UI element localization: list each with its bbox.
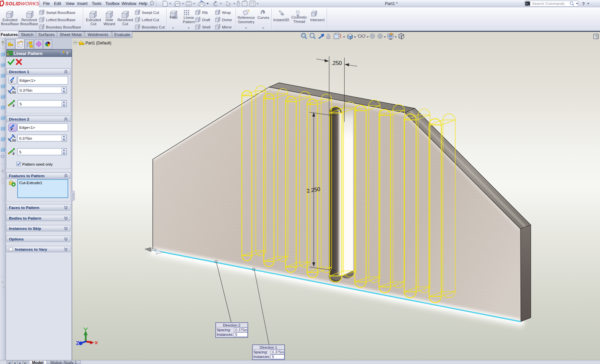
svg-text:Model: Model [32, 360, 44, 364]
svg-text:0.375in: 0.375in [235, 328, 247, 332]
svg-text:Geometry: Geometry [238, 20, 254, 24]
svg-text:Pattern seed only: Pattern seed only [22, 162, 53, 167]
svg-text:Shell: Shell [202, 25, 210, 29]
svg-text:Reference: Reference [238, 16, 255, 20]
svg-text:Direction 2: Direction 2 [223, 323, 241, 327]
svg-text:#: # [13, 152, 15, 156]
svg-text:D2: D2 [12, 139, 16, 142]
svg-text:Boundary Cut: Boundary Cut [142, 25, 165, 29]
svg-text:Surfaces: Surfaces [38, 32, 54, 37]
svg-text:#: # [13, 104, 15, 108]
svg-text:Window: Window [122, 1, 136, 6]
svg-text:?: ? [66, 51, 69, 56]
svg-text:5: 5 [19, 150, 22, 154]
svg-text:Spacing:: Spacing: [253, 350, 268, 354]
svg-text:Features: Features [1, 32, 18, 37]
svg-text:Hole: Hole [105, 18, 113, 22]
svg-text:Tools: Tools [92, 1, 101, 6]
svg-text:Wizard: Wizard [103, 22, 115, 26]
svg-text:Fillet: Fillet [170, 16, 178, 20]
svg-text:0.375in: 0.375in [19, 136, 32, 141]
svg-text:Boundary Boss/Base: Boundary Boss/Base [46, 25, 81, 29]
svg-text:Intersect: Intersect [310, 18, 325, 22]
svg-text:Instances:: Instances: [217, 333, 233, 337]
svg-text:Instances to Skip: Instances to Skip [9, 226, 41, 231]
svg-text:Linear: Linear [184, 16, 194, 20]
svg-text:Help: Help [139, 1, 147, 6]
svg-text:Evaluate: Evaluate [114, 32, 131, 37]
svg-text:Part1 (Default): Part1 (Default) [85, 41, 111, 45]
svg-text:D1: D1 [12, 91, 16, 94]
svg-text:Linear Pattern: Linear Pattern [14, 51, 42, 56]
svg-text:Sketch: Sketch [21, 32, 33, 37]
svg-text:Edge<1>: Edge<1> [19, 125, 35, 130]
svg-text:Features to Pattern: Features to Pattern [9, 174, 45, 178]
svg-text:Direction 1: Direction 1 [260, 345, 277, 349]
svg-text:Lofted Boss/Base: Lofted Boss/Base [46, 18, 76, 22]
svg-text:0.375in: 0.375in [272, 350, 284, 354]
svg-text:▶|: ▶| [24, 362, 27, 364]
svg-text:Weldments: Weldments [88, 32, 108, 37]
svg-text:▶: ▶ [19, 362, 21, 364]
svg-text:5: 5 [235, 333, 237, 337]
svg-text:Cosmetic: Cosmetic [291, 15, 307, 19]
svg-text:Faces to Pattern: Faces to Pattern [9, 205, 39, 210]
svg-text:Insert: Insert [77, 1, 88, 6]
svg-text:Options: Options [9, 237, 24, 241]
svg-text:Search Commands: Search Commands [532, 2, 565, 6]
svg-text:?: ? [60, 51, 63, 56]
svg-text:Draft: Draft [202, 18, 210, 22]
svg-text:Edit: Edit [54, 1, 61, 6]
svg-text:Boss/Base: Boss/Base [20, 22, 38, 26]
svg-text:Instances:: Instances: [253, 355, 270, 359]
svg-text:Mirror: Mirror [222, 25, 232, 29]
svg-text:Cut: Cut [122, 22, 128, 26]
svg-text:Swept Boss/Base: Swept Boss/Base [46, 11, 76, 15]
svg-text:Rib: Rib [202, 11, 208, 15]
svg-text:5: 5 [20, 102, 22, 106]
svg-text:Cut: Cut [90, 22, 96, 26]
svg-text:Edge<1>: Edge<1> [20, 78, 35, 83]
svg-text:|◀: |◀ [8, 362, 11, 364]
svg-text:Bodies to Pattern: Bodies to Pattern [9, 216, 41, 221]
svg-text:Thread: Thread [293, 20, 305, 24]
svg-text:Sheet Metal: Sheet Metal [60, 32, 82, 37]
svg-text:Instances to Vary: Instances to Vary [15, 247, 47, 252]
svg-text:5: 5 [272, 355, 274, 359]
svg-text:Swept Cut: Swept Cut [142, 11, 159, 15]
svg-text:SOLIDWORKS: SOLIDWORKS [5, 1, 39, 6]
svg-text:Instant3D: Instant3D [273, 18, 289, 22]
svg-text:File: File [43, 1, 50, 6]
svg-text:Wrap: Wrap [222, 11, 231, 15]
svg-text:Curves: Curves [257, 16, 269, 20]
svg-text:Part1 *: Part1 * [385, 1, 398, 6]
svg-text:?: ? [582, 1, 585, 6]
svg-text:>_: >_ [526, 2, 529, 5]
svg-text:Spacing:: Spacing: [217, 328, 231, 332]
svg-text:.250: .250 [331, 60, 342, 66]
svg-text:Cut-Extrude1: Cut-Extrude1 [19, 181, 42, 185]
svg-text:◀: ◀ [14, 362, 16, 364]
svg-text:Direction 1: Direction 1 [9, 70, 29, 74]
svg-text:Lofted Cut: Lofted Cut [142, 18, 159, 22]
svg-text:Revolved: Revolved [21, 18, 37, 22]
svg-text:Toolbox: Toolbox [105, 1, 120, 6]
svg-text:Dome: Dome [222, 18, 232, 22]
svg-text:0.375in: 0.375in [20, 88, 32, 93]
svg-text:Boss/Base: Boss/Base [1, 22, 19, 26]
svg-text:Extruded: Extruded [86, 18, 101, 22]
svg-text:View: View [66, 1, 75, 6]
svg-text:Extruded: Extruded [2, 18, 17, 22]
svg-text:Direction 2: Direction 2 [9, 117, 29, 122]
svg-text:Revolved: Revolved [117, 18, 133, 22]
svg-text:Pattern: Pattern [183, 20, 195, 24]
svg-text:Motion Study 1: Motion Study 1 [50, 360, 77, 364]
